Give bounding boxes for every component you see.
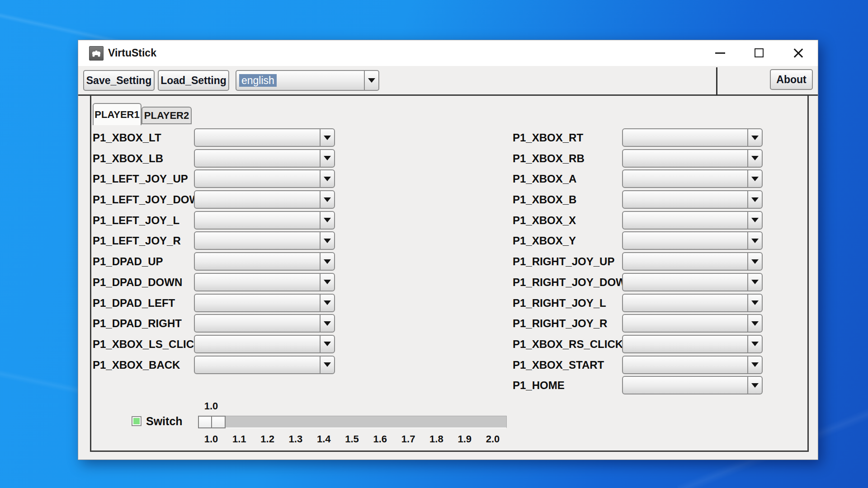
tab-player1[interactable]: PLAYER1	[93, 103, 142, 125]
gamepad-icon	[89, 46, 104, 61]
mapping-label: P1_LEFT_JOY_UP	[93, 169, 188, 188]
mapping-combobox[interactable]	[622, 211, 763, 230]
chevron-down-icon[interactable]	[747, 357, 762, 373]
chevron-down-icon[interactable]	[747, 129, 762, 146]
chevron-down-icon[interactable]	[364, 71, 378, 90]
mapping-row: P1_XBOX_RS_CLICK	[513, 335, 762, 356]
chevron-down-icon[interactable]	[747, 274, 762, 291]
chevron-down-icon[interactable]	[320, 170, 334, 187]
chevron-down-icon[interactable]	[747, 232, 762, 249]
title-bar[interactable]: VirtuStick	[78, 40, 818, 66]
chevron-down-icon[interactable]	[320, 357, 334, 373]
mapping-combobox[interactable]	[622, 169, 763, 188]
chevron-down-icon[interactable]	[320, 212, 334, 229]
triangle-glyph	[324, 177, 331, 181]
chevron-down-icon[interactable]	[320, 315, 334, 332]
mapping-combobox[interactable]	[194, 149, 335, 168]
chevron-down-icon[interactable]	[747, 253, 762, 270]
mapping-combobox[interactable]	[194, 169, 335, 188]
close-button[interactable]	[785, 42, 812, 64]
chevron-down-icon[interactable]	[747, 295, 762, 311]
mapping-label: P1_LEFT_JOY_DOWN	[93, 190, 207, 209]
chevron-down-icon[interactable]	[320, 253, 334, 270]
mapping-row: P1_RIGHT_JOY_UP	[513, 252, 762, 273]
chevron-down-icon[interactable]	[320, 295, 334, 311]
mapping-combobox[interactable]	[622, 149, 763, 168]
slider-current-value: 1.0	[201, 400, 221, 412]
triangle-glyph	[324, 218, 331, 222]
chevron-down-icon[interactable]	[320, 129, 334, 146]
mapping-combobox[interactable]	[622, 252, 763, 271]
load-setting-button[interactable]: Load_Setting	[158, 70, 229, 91]
mapping-combobox[interactable]	[622, 376, 763, 394]
mapping-label: P1_XBOX_RS_CLICK	[513, 335, 623, 353]
mapping-row: P1_XBOX_X	[513, 211, 762, 232]
minimize-button[interactable]	[707, 42, 734, 64]
mapping-row: P1_XBOX_Y	[513, 231, 762, 252]
mapping-combobox[interactable]	[194, 190, 335, 209]
about-button[interactable]: About	[770, 69, 813, 90]
mapping-combobox[interactable]	[194, 335, 335, 353]
mapping-combobox[interactable]	[622, 128, 763, 147]
mapping-combobox[interactable]	[194, 252, 335, 271]
mapping-combobox[interactable]	[194, 273, 335, 291]
maximize-icon	[755, 48, 764, 57]
mapping-combobox[interactable]	[622, 294, 763, 312]
triangle-glyph	[751, 177, 759, 181]
chevron-down-icon[interactable]	[320, 232, 334, 249]
mapping-combobox[interactable]	[194, 314, 335, 333]
mapping-row: P1_XBOX_A	[513, 169, 762, 190]
chevron-down-icon[interactable]	[747, 212, 762, 229]
tab-player2[interactable]: PLAYER2	[142, 107, 192, 124]
mapping-row: P1_XBOX_LB	[93, 149, 335, 170]
save-setting-button[interactable]: Save_Setting	[83, 70, 155, 91]
switch-checkbox[interactable]	[132, 416, 142, 426]
chevron-down-icon[interactable]	[747, 191, 762, 208]
checkbox-fill	[133, 418, 140, 424]
mapping-row: P1_LEFT_JOY_DOWN	[93, 190, 335, 211]
mapping-combobox[interactable]	[194, 294, 335, 312]
mapping-label: P1_XBOX_LT	[93, 128, 161, 147]
chevron-down-icon[interactable]	[747, 336, 762, 352]
triangle-glyph	[324, 136, 331, 140]
mapping-row: P1_DPAD_DOWN	[93, 273, 335, 294]
triangle-glyph	[751, 218, 759, 222]
chevron-down-icon[interactable]	[320, 191, 334, 208]
mapping-combobox[interactable]	[194, 231, 335, 250]
mapping-combobox[interactable]	[622, 231, 763, 250]
mapping-label: P1_LEFT_JOY_L	[93, 211, 179, 230]
language-value: english	[239, 74, 277, 87]
chevron-down-icon[interactable]	[320, 150, 334, 167]
mapping-row: P1_LEFT_JOY_UP	[93, 169, 335, 190]
mapping-label: P1_DPAD_UP	[93, 252, 163, 271]
slider-tick-label: 1.0	[201, 433, 221, 445]
mapping-combobox[interactable]	[622, 190, 763, 209]
mapping-combobox[interactable]	[622, 335, 763, 353]
mapping-label: P1_RIGHT_JOY_R	[513, 314, 607, 333]
slider-handle[interactable]	[211, 416, 226, 428]
chevron-down-icon[interactable]	[747, 170, 762, 187]
language-combobox[interactable]: english	[236, 70, 379, 91]
slider-tick-label: 1.1	[229, 433, 249, 445]
sensitivity-slider[interactable]	[198, 416, 507, 428]
slider-groove-fill	[198, 416, 212, 428]
triangle-glyph	[324, 362, 331, 367]
mapping-label: P1_XBOX_RT	[513, 128, 583, 147]
maximize-button[interactable]	[745, 42, 773, 64]
mapping-combobox[interactable]	[622, 356, 763, 374]
switch-label: Switch	[146, 414, 183, 428]
mapping-row: P1_RIGHT_JOY_DOWN	[513, 273, 762, 294]
chevron-down-icon[interactable]	[320, 336, 334, 352]
mapping-combobox[interactable]	[194, 211, 335, 230]
mapping-label: P1_XBOX_Y	[513, 231, 576, 250]
chevron-down-icon[interactable]	[747, 150, 762, 167]
chevron-down-icon[interactable]	[747, 377, 762, 394]
chevron-down-icon[interactable]	[747, 315, 762, 332]
mapping-combobox[interactable]	[194, 128, 335, 147]
slider-tick-label: 1.5	[342, 433, 362, 445]
mapping-combobox[interactable]	[622, 273, 763, 291]
mapping-combobox[interactable]	[622, 314, 763, 333]
mapping-combobox[interactable]	[194, 356, 335, 374]
chevron-down-icon[interactable]	[320, 274, 334, 291]
mapping-label: P1_HOME	[513, 376, 565, 394]
